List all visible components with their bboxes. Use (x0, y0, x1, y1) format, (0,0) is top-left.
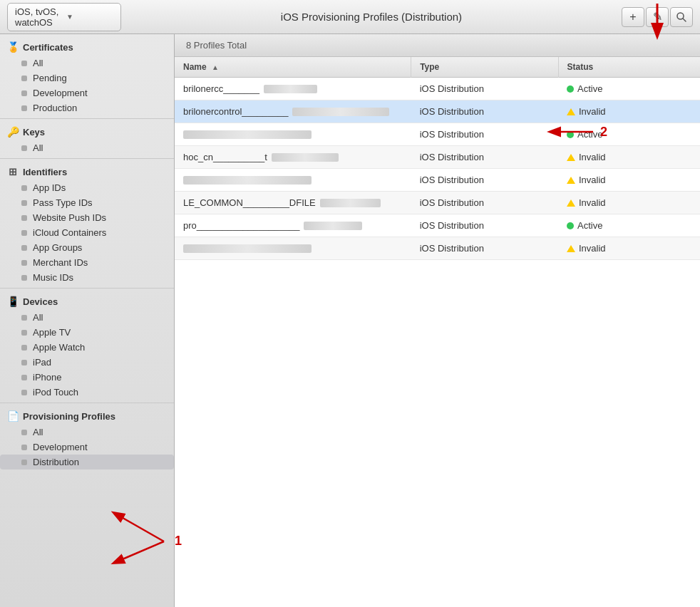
sidebar-item-app-groups[interactable]: App Groups (0, 240, 174, 255)
sidebar: 🏅 Certificates All Pending Development P… (0, 34, 175, 607)
platform-selector[interactable]: iOS, tvOS, watchOS ▼ (7, 3, 121, 31)
sidebar-section-header-identifiers[interactable]: ⊞ Identifiers (0, 163, 174, 180)
sidebar-item-certs-all[interactable]: All (0, 56, 174, 71)
dot-icon (21, 215, 27, 221)
status-badge: Invalid (567, 106, 691, 117)
status-label: Invalid (579, 175, 606, 185)
sidebar-item-provisioning-development[interactable]: Development (0, 440, 174, 455)
sidebar-item-label: All (33, 58, 167, 68)
sidebar-item-label: Website Push IDs (33, 212, 167, 223)
svg-line-1 (683, 19, 686, 21)
sidebar-item-provisioning-distribution[interactable]: Distribution (0, 455, 174, 469)
edit-button[interactable]: ✎ (646, 7, 669, 27)
status-badge: Active (567, 83, 691, 94)
dot-icon (21, 61, 27, 66)
profile-name-cell: hoc_cn__________t (175, 146, 411, 169)
sidebar-item-certs-pending[interactable]: Pending (0, 71, 174, 85)
sidebar-section-header-keys[interactable]: 🔑 Keys (0, 123, 174, 140)
content-area: 8 Profiles Total Name ▲ Type Status (175, 34, 700, 607)
profile-name-cell (175, 169, 411, 192)
profile-type-cell: iOS Distribution (411, 78, 558, 100)
col-header-name-label: Name (183, 62, 207, 72)
col-header-status-label: Status (567, 62, 594, 72)
dot-icon (21, 360, 27, 365)
profile-name-cell: brilonercontrol_________ (175, 100, 411, 123)
sidebar-item-music-ids[interactable]: Music IDs (0, 270, 174, 285)
sidebar-item-certs-production[interactable]: Production (0, 100, 174, 115)
sort-arrow-icon: ▲ (212, 63, 219, 71)
status-label: Invalid (579, 106, 606, 117)
profile-status-cell: Invalid (558, 169, 700, 192)
sidebar-section-label-provisioning: Provisioning Profiles (23, 411, 115, 422)
sidebar-item-devices-all[interactable]: All (0, 310, 174, 325)
table-row[interactable]: iOS DistributionActive (175, 123, 700, 146)
sidebar-item-devices-ipodtouch[interactable]: iPod Touch (0, 385, 174, 400)
sidebar-item-pass-type-ids[interactable]: Pass Type IDs (0, 195, 174, 210)
dot-icon (21, 345, 27, 351)
platform-label: iOS, tvOS, watchOS (15, 6, 62, 28)
active-status-icon (567, 85, 574, 93)
col-header-type[interactable]: Type (411, 57, 558, 78)
sidebar-item-devices-appletv[interactable]: Apple TV (0, 325, 174, 340)
sidebar-section-header-certificates[interactable]: 🏅 Certificates (0, 38, 174, 56)
sidebar-item-certs-development[interactable]: Development (0, 85, 174, 100)
sidebar-section-header-provisioning[interactable]: 📄 Provisioning Profiles (0, 408, 174, 425)
add-button[interactable]: + (622, 7, 644, 27)
sidebar-item-label: Distribution (33, 457, 167, 467)
sidebar-item-merchant-ids[interactable]: Merchant IDs (0, 255, 174, 270)
profile-name-cell: pro____________________ (175, 214, 411, 237)
profile-name-cell: brilonercc_______ (175, 78, 411, 100)
sidebar-item-label: App IDs (33, 182, 167, 193)
status-badge: Invalid (567, 175, 691, 185)
sidebar-item-label: Music IDs (33, 272, 167, 283)
sidebar-item-label: All (33, 142, 167, 153)
profile-status-cell: Invalid (558, 146, 700, 169)
table-row[interactable]: pro____________________iOS DistributionA… (175, 214, 700, 237)
sidebar-item-label: Production (33, 103, 167, 113)
status-label: Invalid (579, 197, 606, 208)
table-row[interactable]: brilonercc_______iOS DistributionActive (175, 78, 700, 100)
dot-icon (21, 390, 27, 395)
search-button[interactable] (670, 7, 693, 27)
table-row[interactable]: hoc_cn__________tiOS DistributionInvalid (175, 146, 700, 169)
profile-type-cell: iOS Distribution (411, 100, 558, 123)
dot-icon (21, 445, 27, 450)
sidebar-item-app-ids[interactable]: App IDs (0, 180, 174, 195)
sidebar-section-identifiers: ⊞ Identifiers App IDs Pass Type IDs Webs… (0, 159, 174, 289)
sidebar-section-header-devices[interactable]: 📱 Devices (0, 293, 174, 310)
sidebar-section-provisioning: 📄 Provisioning Profiles All Development … (0, 403, 174, 472)
dot-icon (21, 185, 27, 191)
dot-icon (21, 260, 27, 266)
sidebar-section-label-certificates: Certificates (23, 42, 73, 53)
sidebar-item-provisioning-all[interactable]: All (0, 425, 174, 440)
identifiers-icon: ⊞ (7, 166, 19, 177)
col-header-name[interactable]: Name ▲ (175, 57, 411, 78)
search-icon (676, 11, 687, 23)
table-row[interactable]: iOS DistributionInvalid (175, 169, 700, 192)
sidebar-item-label: iPhone (33, 372, 167, 383)
sidebar-item-icloud-containers[interactable]: iCloud Containers (0, 225, 174, 240)
sidebar-item-devices-iphone[interactable]: iPhone (0, 370, 174, 385)
table-row[interactable]: LE_COMMON_________DFILEiOS DistributionI… (175, 192, 700, 214)
certificates-icon: 🏅 (7, 41, 19, 53)
sidebar-item-devices-applewatch[interactable]: Apple Watch (0, 340, 174, 355)
sidebar-item-label: iPod Touch (33, 387, 167, 398)
status-badge: Invalid (567, 152, 691, 162)
dot-icon (21, 76, 27, 81)
page-title: iOS Provisioning Profiles (Distribution) (121, 11, 622, 23)
active-status-icon (567, 131, 574, 138)
sidebar-item-devices-ipad[interactable]: iPad (0, 355, 174, 370)
profiles-table-container[interactable]: Name ▲ Type Status brilonercc_______iOS … (175, 57, 700, 607)
table-row[interactable]: brilonercontrol_________iOS Distribution… (175, 100, 700, 123)
col-header-status[interactable]: Status (558, 57, 700, 78)
sidebar-item-keys-all[interactable]: All (0, 140, 174, 155)
table-row[interactable]: iOS DistributionInvalid (175, 237, 700, 260)
dot-icon (21, 460, 27, 465)
sidebar-item-website-push-ids[interactable]: Website Push IDs (0, 210, 174, 225)
sidebar-section-keys: 🔑 Keys All (0, 119, 174, 159)
profile-type-cell: iOS Distribution (411, 237, 558, 260)
profile-status-cell: Active (558, 123, 700, 146)
dot-icon (21, 145, 27, 151)
profile-status-cell: Active (558, 214, 700, 237)
main-layout: 🏅 Certificates All Pending Development P… (0, 34, 700, 607)
